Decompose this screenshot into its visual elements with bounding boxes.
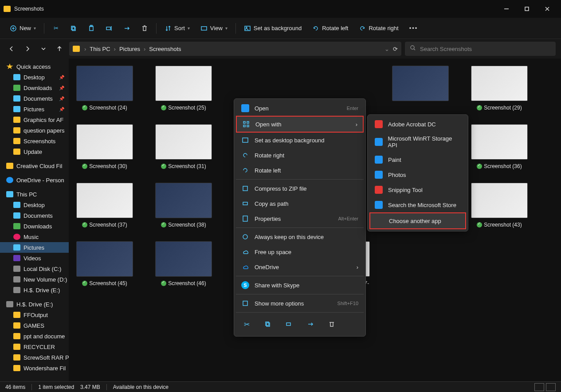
breadcrumb-item[interactable]: This PC <box>88 45 112 53</box>
file-item[interactable]: Screenshot (29) <box>471 66 528 111</box>
sidebar-item[interactable]: Graphics for AF <box>0 114 69 125</box>
forward-button[interactable] <box>21 43 34 55</box>
close-button[interactable] <box>537 0 557 18</box>
ctx-rename[interactable] <box>281 318 297 331</box>
search-input[interactable] <box>420 46 551 52</box>
rotate-left-button[interactable]: Rotate left <box>308 22 353 35</box>
ctx-share[interactable] <box>302 318 318 331</box>
sidebar-item[interactable]: Pictures <box>0 242 69 253</box>
sidebar-item[interactable]: Creative Cloud Fil <box>0 161 69 171</box>
file-item[interactable]: Screenshot (24) <box>76 66 133 111</box>
back-button[interactable] <box>5 43 18 55</box>
refresh-icon[interactable]: ⟳ <box>393 46 398 52</box>
paste-button[interactable] <box>83 22 99 35</box>
sidebar-item[interactable]: ScrewSoft RAR P <box>0 352 69 363</box>
new-button[interactable]: New ▾ <box>5 22 40 35</box>
app-icon <box>375 201 383 209</box>
sidebar-item[interactable]: Update <box>0 146 69 157</box>
delete-button[interactable] <box>137 22 153 35</box>
openwith-app[interactable]: Search the Microsoft Store <box>369 197 466 212</box>
sidebar-item[interactable]: GAMES <box>0 320 69 331</box>
view-details-button[interactable] <box>534 383 544 391</box>
sidebar-item[interactable]: Downloads📌 <box>0 82 69 93</box>
sidebar-item[interactable]: Music <box>0 231 69 242</box>
file-item[interactable]: Screenshot (37) <box>76 183 133 228</box>
more-button[interactable]: ••• <box>405 22 423 34</box>
ctx-more[interactable]: Show more optionsShift+F10 <box>236 296 364 311</box>
ctx-free-up[interactable]: Free up space <box>236 244 364 259</box>
search-box[interactable] <box>405 42 556 56</box>
ctx-copy[interactable] <box>260 318 276 331</box>
ctx-properties[interactable]: PropertiesAlt+Enter <box>236 211 364 226</box>
sidebar-item[interactable]: Quick access <box>0 61 69 72</box>
ctx-keep[interactable]: Always keep on this device <box>236 229 364 244</box>
sidebar-item[interactable]: Desktop📌 <box>0 72 69 82</box>
sidebar-item[interactable]: OneDrive - Person <box>0 175 69 185</box>
openwith-app[interactable]: Paint <box>369 152 466 167</box>
ctx-cut[interactable]: ✂ <box>239 318 255 331</box>
ctx-copy-path[interactable]: Copy as path <box>236 196 364 211</box>
file-item[interactable]: Screenshot (38) <box>155 183 212 228</box>
sidebar-item[interactable]: Pictures📌 <box>0 104 69 114</box>
sidebar-item[interactable]: H.$. Drive (E:) <box>0 299 69 310</box>
ctx-zip[interactable]: Compress to ZIP file <box>236 181 364 196</box>
ctx-open-with[interactable]: Open with› <box>236 116 364 133</box>
ctx-rotate-right[interactable]: Rotate right <box>236 148 364 163</box>
sidebar-item[interactable]: This PC <box>0 189 69 200</box>
breadcrumb-item[interactable]: Screenshots <box>147 45 183 53</box>
sidebar-item[interactable]: Wondershare Fil <box>0 363 69 373</box>
ctx-set-background[interactable]: Set as desktop background <box>236 133 364 148</box>
file-item[interactable] <box>392 66 449 111</box>
sort-button[interactable]: Sort ▾ <box>160 22 194 35</box>
sidebar-label: H.$. Drive (E:) <box>16 301 53 308</box>
sidebar-item[interactable]: RECYCLER <box>0 341 69 352</box>
sidebar-item[interactable]: Screenshots <box>0 136 69 146</box>
file-item[interactable]: Screenshot (31) <box>155 124 212 169</box>
app-label: Paint <box>388 157 401 163</box>
sidebar-item[interactable]: Desktop <box>0 200 69 210</box>
sidebar-item[interactable]: ppt and docume <box>0 331 69 341</box>
ctx-rotate-left[interactable]: Rotate left <box>236 163 364 178</box>
view-button[interactable]: View ▾ <box>196 22 232 35</box>
openwith-app[interactable]: Photos <box>369 167 466 182</box>
sidebar-item[interactable]: Videos <box>0 253 69 263</box>
up-button[interactable] <box>53 43 66 55</box>
sidebar-item[interactable]: Documents📌 <box>0 93 69 104</box>
set-background-button[interactable]: Set as background <box>239 22 306 35</box>
sidebar-item[interactable]: Documents <box>0 210 69 221</box>
sidebar-item[interactable]: H.$. Drive (E:) <box>0 285 69 295</box>
svg-rect-21 <box>247 125 249 127</box>
sidebar-item[interactable]: FFOutput <box>0 310 69 320</box>
ctx-delete[interactable] <box>324 318 340 331</box>
openwith-app[interactable]: Snipping Tool <box>369 182 466 197</box>
sidebar-item[interactable]: Downloads <box>0 221 69 231</box>
rotate-right-button[interactable]: Rotate right <box>354 22 403 35</box>
openwith-app[interactable]: Choose another app <box>369 212 466 229</box>
ctx-open[interactable]: OpenEnter <box>236 101 364 116</box>
ctx-onedrive[interactable]: OneDrive› <box>236 259 364 274</box>
sidebar-item[interactable]: question papers <box>0 125 69 136</box>
view-icons-button[interactable] <box>546 383 556 391</box>
rename-button[interactable] <box>101 22 117 35</box>
minimize-button[interactable] <box>496 0 517 18</box>
file-item[interactable]: Screenshot (25) <box>155 66 212 111</box>
breadcrumb-item[interactable]: Pictures <box>118 45 142 53</box>
openwith-app[interactable]: Microsoft WinRT Storage API <box>369 132 466 152</box>
chevron-down-icon[interactable]: ⌄ <box>384 46 389 52</box>
file-item[interactable]: Screenshot (45) <box>76 241 133 293</box>
ctx-skype[interactable]: SShare with Skype <box>236 278 364 293</box>
file-item[interactable]: Screenshot (43) <box>471 183 528 228</box>
thumbnail <box>155 241 212 277</box>
maximize-button[interactable] <box>517 0 537 18</box>
breadcrumb[interactable]: › This PC › Pictures › Screenshots ⌄ ⟳ <box>69 42 401 56</box>
openwith-app[interactable]: Adobe Acrobat DC <box>369 117 466 132</box>
file-item[interactable]: Screenshot (46) <box>155 241 212 293</box>
file-item[interactable]: Screenshot (30) <box>76 124 133 169</box>
file-item[interactable]: Screenshot (36) <box>471 124 528 169</box>
sidebar-item[interactable]: New Volume (D:) <box>0 274 69 285</box>
recent-button[interactable] <box>37 43 50 55</box>
share-button[interactable] <box>119 22 135 35</box>
cut-button[interactable]: ✂ <box>48 22 64 35</box>
copy-button[interactable] <box>66 22 82 35</box>
sidebar-item[interactable]: Local Disk (C:) <box>0 263 69 274</box>
